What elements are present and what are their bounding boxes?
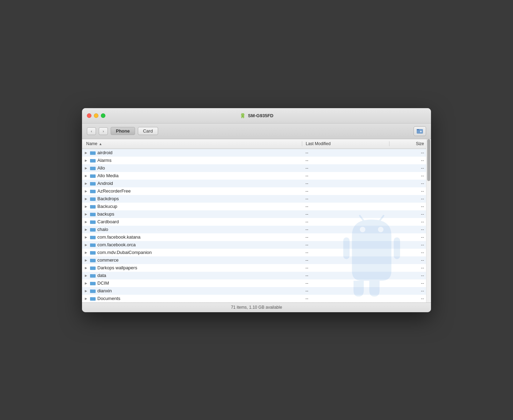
row-name-cell: ▶ Backdrops xyxy=(82,196,302,201)
expand-arrow-icon[interactable]: ▶ xyxy=(85,274,88,277)
folder-name: Alarms xyxy=(97,158,111,163)
expand-arrow-icon[interactable]: ▶ xyxy=(85,151,88,155)
forward-button[interactable]: › xyxy=(99,127,108,135)
row-name-cell: ▶ Backucup xyxy=(82,204,302,209)
table-row[interactable]: ▶ com.mdv.DubaiCompanion -- -- xyxy=(82,249,431,256)
row-size-cell: -- xyxy=(389,296,431,301)
expand-arrow-icon[interactable]: ▶ xyxy=(85,212,88,216)
modified-column-header[interactable]: Last Modified xyxy=(302,141,389,146)
row-size-cell: -- xyxy=(389,204,431,209)
phone-tab[interactable]: Phone xyxy=(111,127,135,135)
row-size-cell: -- xyxy=(389,257,431,263)
row-name-cell: ▶ Allo Media xyxy=(82,173,302,178)
maximize-button[interactable] xyxy=(101,113,105,118)
svg-rect-77 xyxy=(90,275,96,278)
expand-arrow-icon[interactable]: ▶ xyxy=(85,282,88,285)
new-folder-button[interactable] xyxy=(414,126,426,136)
table-row[interactable]: ▶ Allo -- -- xyxy=(82,164,431,172)
window-title: SM-G935FD xyxy=(248,113,274,118)
table-row[interactable]: ▶ Android -- -- xyxy=(82,180,431,187)
expand-arrow-icon[interactable]: ▶ xyxy=(85,235,88,239)
window-title-area: SM-G935FD xyxy=(240,112,274,119)
expand-arrow-icon[interactable]: ▶ xyxy=(85,243,88,247)
row-modified-cell: -- xyxy=(302,150,389,155)
table-row[interactable]: ▶ Backucup -- -- xyxy=(82,203,431,210)
expand-arrow-icon[interactable]: ▶ xyxy=(85,297,88,300)
expand-arrow-icon[interactable]: ▶ xyxy=(85,159,88,162)
table-row[interactable]: ▶ Allo Media -- -- xyxy=(82,172,431,180)
svg-rect-45 xyxy=(90,213,96,216)
row-name-cell: ▶ DCIM xyxy=(82,280,302,286)
folder-icon xyxy=(90,250,96,255)
minimize-button[interactable] xyxy=(94,113,98,118)
size-column-header[interactable]: Size xyxy=(389,141,431,146)
card-tab[interactable]: Card xyxy=(138,127,158,135)
scrollbar-thumb[interactable] xyxy=(427,139,430,181)
svg-rect-25 xyxy=(90,175,96,178)
folder-icon xyxy=(90,296,96,301)
row-modified-cell: -- xyxy=(302,288,389,293)
table-row[interactable]: ▶ com.facebook.orca -- -- xyxy=(82,241,431,249)
expand-arrow-icon[interactable]: ▶ xyxy=(85,174,88,178)
expand-arrow-icon[interactable]: ▶ xyxy=(85,166,88,170)
folder-icon xyxy=(90,173,96,178)
file-list[interactable]: ▶ airdroid -- -- ▶ Al xyxy=(82,149,431,302)
row-modified-cell: -- xyxy=(302,181,389,186)
row-size-cell: -- xyxy=(389,234,431,240)
table-row[interactable]: ▶ Alarms -- -- xyxy=(82,157,431,164)
svg-rect-49 xyxy=(90,221,96,224)
table-row[interactable]: ▶ data -- -- xyxy=(82,272,431,279)
table-row[interactable]: ▶ DCIM -- -- xyxy=(82,279,431,287)
table-row[interactable]: ▶ dianxin -- -- xyxy=(82,287,431,295)
table-row[interactable]: ▶ backups -- -- xyxy=(82,210,431,218)
expand-arrow-icon[interactable]: ▶ xyxy=(85,205,88,208)
table-row[interactable]: ▶ airdroid -- -- xyxy=(82,149,431,157)
expand-arrow-icon[interactable]: ▶ xyxy=(85,289,88,293)
table-row[interactable]: ▶ commerce -- -- xyxy=(82,256,431,264)
table-row[interactable]: ▶ chalo -- -- xyxy=(82,226,431,233)
expand-arrow-icon[interactable]: ▶ xyxy=(85,258,88,262)
row-name-cell: ▶ chalo xyxy=(82,227,302,232)
folder-name: Darkops wallpapers xyxy=(97,265,137,270)
android-icon xyxy=(240,112,246,119)
row-modified-cell: -- xyxy=(302,211,389,217)
expand-arrow-icon[interactable]: ▶ xyxy=(85,182,88,185)
expand-arrow-icon[interactable]: ▶ xyxy=(85,220,88,224)
table-row[interactable]: ▶ AzRecorderFree -- -- xyxy=(82,187,431,195)
row-name-cell: ▶ com.facebook.orca xyxy=(82,242,302,247)
expand-arrow-icon[interactable]: ▶ xyxy=(85,197,88,201)
expand-arrow-icon[interactable]: ▶ xyxy=(85,251,88,254)
row-name-cell: ▶ Cardboard xyxy=(82,219,302,224)
table-row[interactable]: ▶ Darkops wallpapers -- -- xyxy=(82,264,431,272)
name-column-header[interactable]: Name ▲ xyxy=(82,141,302,146)
folder-icon xyxy=(90,258,96,262)
folder-icon xyxy=(90,204,96,209)
status-bar: 71 items, 1.10 GB available xyxy=(82,302,431,312)
row-modified-cell: -- xyxy=(302,196,389,201)
row-size-cell: -- xyxy=(389,150,431,155)
close-button[interactable] xyxy=(87,113,91,118)
row-size-cell: -- xyxy=(389,273,431,278)
folder-icon xyxy=(90,273,96,278)
expand-arrow-icon[interactable]: ▶ xyxy=(85,266,88,270)
row-name-cell: ▶ com.mdv.DubaiCompanion xyxy=(82,250,302,255)
expand-arrow-icon[interactable]: ▶ xyxy=(85,189,88,193)
folder-icon xyxy=(90,242,96,247)
folder-icon xyxy=(90,227,96,232)
table-row[interactable]: ▶ Cardboard -- -- xyxy=(82,218,431,226)
table-row[interactable]: ▶ Backdrops -- -- xyxy=(82,195,431,203)
table-row[interactable]: ▶ com.facebook.katana -- -- xyxy=(82,233,431,241)
row-size-cell: -- xyxy=(389,173,431,178)
table-row[interactable]: ▶ Documents -- -- xyxy=(82,295,431,302)
toolbar: ‹ › Phone Card xyxy=(82,123,431,139)
folder-name: Cardboard xyxy=(97,219,119,224)
back-button[interactable]: ‹ xyxy=(87,127,96,135)
row-name-cell: ▶ Allo xyxy=(82,165,302,171)
folder-name: com.facebook.katana xyxy=(97,234,141,240)
scrollbar-track[interactable] xyxy=(426,139,431,302)
row-size-cell: -- xyxy=(389,280,431,286)
svg-rect-69 xyxy=(90,260,96,262)
folder-name: data xyxy=(97,273,106,278)
expand-arrow-icon[interactable]: ▶ xyxy=(85,228,88,231)
svg-rect-89 xyxy=(90,298,96,301)
